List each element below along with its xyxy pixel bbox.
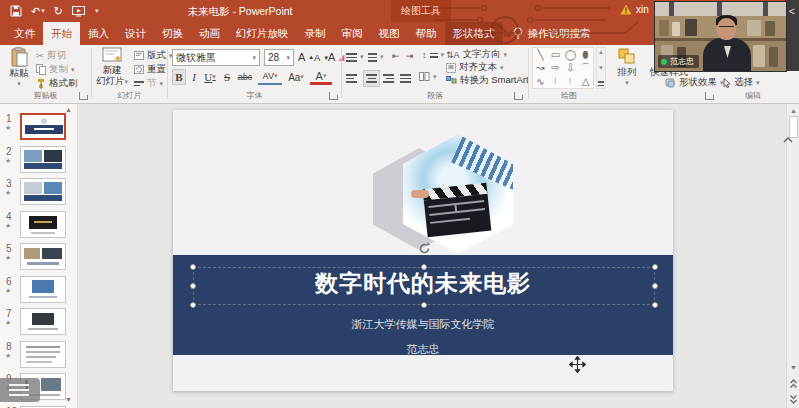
customize-qat-button[interactable]: ▾ (94, 7, 99, 15)
select-button[interactable]: 选择▾ (723, 76, 760, 89)
paste-dropdown[interactable]: ▾ (17, 78, 21, 89)
editing-canvas[interactable]: 数字时代的未来电影 浙江大学传媒与国际文化学院 范志忠 (78, 104, 786, 408)
change-case-button[interactable]: Aa▾ (285, 69, 307, 85)
line-spacing-button[interactable]: ↕▾ (422, 50, 444, 60)
shape-option[interactable]: ╲ (533, 48, 548, 61)
thumbnail-preview[interactable] (20, 341, 66, 368)
increase-indent-button[interactable]: ⇥ (406, 51, 414, 61)
tab-插入[interactable]: 插入 (80, 22, 117, 45)
collapse-ribbon-button[interactable] (781, 134, 795, 146)
arrange-button[interactable]: 排列 ▾ (611, 47, 643, 88)
slide-thumbnail-2[interactable]: 2★ (0, 145, 78, 176)
start-slideshow-button[interactable] (72, 6, 85, 17)
tab-幻灯片放映[interactable]: 幻灯片放映 (228, 22, 297, 45)
paragraph-dialog-launcher[interactable] (514, 92, 522, 100)
shape-option[interactable]: ◯ (563, 48, 578, 61)
selection-handle[interactable] (652, 302, 658, 308)
font-dialog-launcher[interactable] (329, 92, 337, 100)
slide-thumbnail-8[interactable]: 8★ (0, 340, 78, 371)
slide-thumbnail-7[interactable]: 7★ (0, 307, 78, 338)
scroll-up-arrow[interactable]: ▲ (787, 107, 799, 114)
italic-button[interactable]: I (188, 69, 200, 85)
shape-option[interactable]: ↝ (533, 61, 548, 74)
section-button[interactable]: 节▾ (134, 77, 163, 90)
shape-option[interactable]: ⇩ (563, 61, 578, 74)
drawing-dialog-launcher[interactable] (705, 92, 713, 100)
save-button[interactable] (10, 5, 22, 17)
font-size-select[interactable]: 28▾ (264, 49, 294, 66)
collapse-panel-arrow[interactable]: < (785, 6, 799, 17)
tab-审阅[interactable]: 审阅 (334, 22, 371, 45)
tab-动画[interactable]: 动画 (191, 22, 228, 45)
format-painter-button[interactable]: 格式刷 (36, 77, 78, 90)
selection-handle[interactable] (190, 283, 196, 289)
shapes-gallery[interactable]: ╲▭◯⬮↝⇨⇩⌒∿﹛﹜△ (532, 47, 594, 89)
text-direction-button[interactable]: ⇅A 文字方向▾ (446, 48, 507, 61)
tab-录制[interactable]: 录制 (297, 22, 334, 45)
convert-to-smartart-button[interactable]: 转换为 SmartArt▾ (446, 74, 535, 87)
thumbnail-preview[interactable] (20, 243, 66, 270)
reset-button[interactable]: 重置 (134, 63, 166, 76)
align-center-button[interactable] (363, 70, 380, 87)
slide-thumbnail-10[interactable]: 10 (0, 405, 78, 408)
slide-thumbnail-5[interactable]: 5★ (0, 242, 78, 273)
shapes-scroll-up[interactable]: ▴ (599, 48, 603, 56)
columns-button[interactable]: ▾ (419, 72, 437, 81)
align-right-button[interactable] (383, 72, 394, 85)
clipboard-dialog-launcher[interactable] (79, 92, 87, 100)
strikethrough-abc-button[interactable]: abc (234, 69, 256, 85)
shape-option[interactable]: ⌒ (578, 61, 593, 74)
shapes-more-button[interactable] (598, 79, 604, 88)
tab-切换[interactable]: 切换 (154, 22, 191, 45)
tab-开始[interactable]: 开始 (43, 22, 80, 45)
align-left-button[interactable] (346, 72, 357, 85)
thumbnail-preview[interactable] (20, 276, 66, 303)
underline-button[interactable]: U▾ (201, 69, 219, 85)
thumbnail-preview[interactable] (20, 178, 66, 205)
slide-subtitle-text[interactable]: 浙江大学传媒与国际文化学院 (173, 317, 673, 332)
shape-effects-button[interactable]: 形状效果▾ (665, 76, 724, 89)
selection-handle[interactable] (190, 302, 196, 308)
shape-option[interactable]: ⬮ (578, 48, 593, 61)
textbox-selection-outline[interactable] (193, 267, 655, 305)
bold-button[interactable]: B (172, 69, 186, 85)
strikethrough-button[interactable]: S (221, 69, 233, 85)
vertical-scrollbar[interactable]: ▲ ▼ (786, 104, 799, 408)
webcam-video-tile[interactable]: 范志忠 (655, 2, 786, 71)
rotation-handle[interactable] (418, 242, 431, 255)
previous-slide-button[interactable] (787, 378, 799, 390)
decrease-indent-button[interactable]: ⇤ (392, 51, 400, 61)
cut-button[interactable]: ✂剪切 (36, 49, 66, 62)
justify-button[interactable] (400, 72, 411, 85)
slide-editing-surface[interactable]: 数字时代的未来电影 浙江大学传媒与国际文化学院 范志忠 (173, 110, 673, 391)
slide-thumbnail-3[interactable]: 3★ (0, 177, 78, 208)
copy-button[interactable]: 复制▾ (36, 63, 75, 76)
shape-option[interactable]: ﹛ (548, 75, 563, 88)
grow-font-button[interactable]: A▲ (298, 51, 314, 63)
conference-toolbar-collapsed-button[interactable] (0, 378, 40, 402)
selection-handle[interactable] (190, 264, 196, 270)
tab-设计[interactable]: 设计 (117, 22, 154, 45)
next-slide-button[interactable] (787, 393, 799, 405)
selection-handle[interactable] (421, 302, 427, 308)
undo-button[interactable]: ↶▾ (31, 5, 45, 18)
shape-option[interactable]: △ (578, 75, 593, 88)
numbering-button[interactable]: ▾ (368, 51, 384, 64)
slide-thumbnail-4[interactable]: 4★ (0, 210, 78, 241)
selection-handle[interactable] (421, 264, 427, 270)
paste-button[interactable]: 粘贴 ▾ (4, 47, 34, 89)
new-slide-button[interactable]: 新建 幻灯片▾ (94, 47, 130, 87)
selection-handle[interactable] (652, 283, 658, 289)
slide-thumbnail-6[interactable]: 6★ (0, 275, 78, 306)
shrink-font-button[interactable]: A▼ (314, 52, 329, 63)
font-color-button[interactable]: A▾ (310, 69, 332, 85)
slide-presenter-text[interactable]: 范志忠 (173, 342, 673, 357)
redo-button[interactable]: ↻ (54, 5, 63, 18)
bullets-button[interactable]: ▾ (346, 51, 364, 64)
tab-文件[interactable]: 文件 (6, 22, 43, 45)
tab-视图[interactable]: 视图 (371, 22, 408, 45)
shape-option[interactable]: ▭ (548, 48, 563, 61)
align-text-button[interactable]: 对齐文本▾ (446, 61, 504, 74)
slide-thumbnail-1[interactable]: 1★ (0, 112, 78, 143)
thumbnail-preview[interactable] (20, 113, 66, 140)
